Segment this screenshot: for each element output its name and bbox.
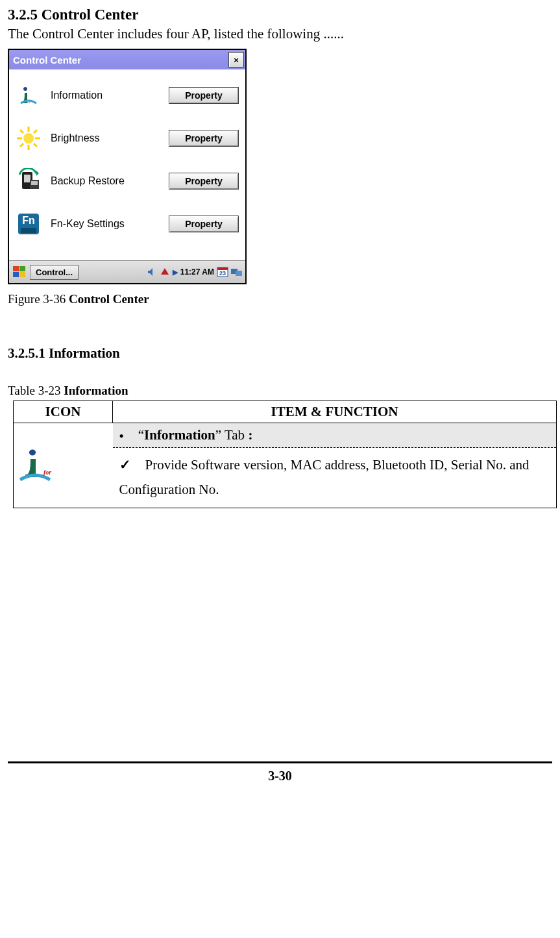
svg-rect-20 xyxy=(19,272,25,277)
taskbar: Control... ▶ 11:27 AM 23 xyxy=(9,260,245,283)
list-item: Brightness Property xyxy=(16,125,239,151)
table-header-item: ITEM & FUNCTION xyxy=(113,401,557,423)
tab-colon: : xyxy=(245,427,252,443)
svg-rect-17 xyxy=(13,266,19,271)
svg-rect-19 xyxy=(13,272,19,277)
table-desc-row: Provide Software version, MAC address, B… xyxy=(113,448,557,508)
svg-rect-12 xyxy=(31,181,38,185)
backup-restore-icon xyxy=(16,168,42,194)
close-icon: × xyxy=(234,55,239,65)
fn-key-icon: Fn xyxy=(16,211,42,237)
control-center-body: Information Property xyxy=(9,69,245,260)
footer-rule xyxy=(8,761,552,763)
list-item: Backup Restore Property xyxy=(16,168,239,194)
list-item-label: Fn-Key Settings xyxy=(51,218,160,230)
table-caption-prefix: Table 3-23 xyxy=(8,384,64,397)
window-titlebar: Control Center × xyxy=(9,50,245,69)
table-desc-text: Provide Software version, MAC address, B… xyxy=(119,457,530,497)
list-item-label: Brightness xyxy=(51,132,160,144)
table-icon-cell: for xyxy=(14,423,113,508)
close-button[interactable]: × xyxy=(228,52,244,68)
tray-screens-icon[interactable] xyxy=(231,267,243,277)
figure-caption-prefix: Figure 3-36 xyxy=(8,292,69,306)
intro-text: The Control Center includes four AP, lis… xyxy=(8,26,552,42)
table-caption-title: Information xyxy=(64,384,128,397)
brightness-icon xyxy=(16,125,42,151)
figure-caption: Figure 3-36 Control Center xyxy=(8,292,552,306)
svg-text:23: 23 xyxy=(219,270,226,277)
svg-rect-18 xyxy=(19,266,25,271)
property-button[interactable]: Property xyxy=(169,87,239,104)
table-caption: Table 3-23 Information xyxy=(8,384,552,398)
system-tray: ▶ 11:27 AM 23 xyxy=(147,266,243,278)
tray-arrow-icon[interactable]: ▶ xyxy=(173,268,178,277)
svg-rect-16 xyxy=(21,228,36,233)
info-icon: for xyxy=(18,446,53,485)
list-item-label: Backup Restore xyxy=(51,175,160,187)
tray-calendar-icon[interactable]: 23 xyxy=(217,266,228,278)
list-item-label: Information xyxy=(51,90,160,101)
page-number: 3-30 xyxy=(8,769,552,784)
list-item: Information Property xyxy=(16,82,239,108)
property-button[interactable]: Property xyxy=(169,173,239,190)
information-table: ICON ITEM & FUNCTION for “Information” T… xyxy=(13,401,557,508)
tab-quote-open: “ xyxy=(138,427,144,443)
svg-rect-25 xyxy=(236,271,242,276)
svg-rect-10 xyxy=(24,175,30,182)
tray-volume-icon[interactable] xyxy=(147,267,157,277)
svg-text:for: for xyxy=(43,469,51,476)
start-button[interactable] xyxy=(12,264,27,280)
svg-line-8 xyxy=(34,130,37,133)
property-button[interactable]: Property xyxy=(169,130,239,147)
tab-name: Information xyxy=(144,427,215,443)
svg-line-7 xyxy=(20,143,23,147)
figure-caption-title: Control Center xyxy=(69,292,149,306)
svg-text:Fn: Fn xyxy=(22,215,35,226)
table-header-icon: ICON xyxy=(14,401,113,423)
svg-marker-13 xyxy=(36,171,39,176)
list-item: Fn Fn-Key Settings Property xyxy=(16,211,239,237)
tray-network-icon[interactable] xyxy=(160,267,170,277)
bullet-icon xyxy=(119,427,138,443)
svg-point-0 xyxy=(23,133,34,143)
taskbar-task-button[interactable]: Control... xyxy=(30,265,79,280)
svg-line-5 xyxy=(20,130,23,133)
table-tab-row: “Information” Tab : xyxy=(113,423,557,448)
svg-line-6 xyxy=(34,143,37,147)
taskbar-clock: 11:27 AM xyxy=(180,267,214,277)
page-whitespace xyxy=(8,508,552,755)
section-heading: 3.2.5 Control Center xyxy=(8,6,552,23)
checkmark-icon xyxy=(119,457,145,473)
subsection-heading: 3.2.5.1 Information xyxy=(8,345,552,362)
tab-quote-close: ” Tab xyxy=(215,427,245,443)
info-icon xyxy=(16,82,42,108)
window-title: Control Center xyxy=(13,55,228,66)
control-center-window: Control Center × Information Property xyxy=(8,49,247,284)
property-button[interactable]: Property xyxy=(169,216,239,232)
